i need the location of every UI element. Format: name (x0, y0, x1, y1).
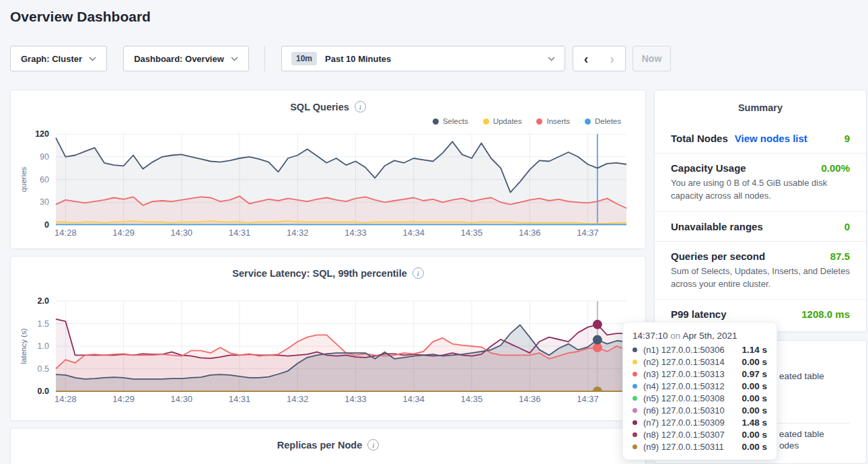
controls-divider (264, 46, 265, 71)
replicas-title: Replicas per Node (277, 440, 363, 451)
svg-text:latency (s): latency (s) (20, 328, 28, 364)
svg-text:120: 120 (35, 129, 49, 139)
svg-text:14:29: 14:29 (112, 394, 135, 404)
node-latency-value: 0.00 s (742, 442, 767, 452)
node-color-dot (632, 444, 637, 449)
summary-desc: Sum of Selects, Updates, Inserts, and De… (671, 265, 850, 291)
summary-row-1: Capacity Usage0.00%You are using 0 B of … (655, 153, 866, 211)
svg-text:queries: queries (20, 166, 28, 192)
summary-label: Total Nodes (671, 133, 728, 144)
chevron-down-icon (548, 57, 555, 61)
svg-text:14:37: 14:37 (577, 228, 599, 238)
summary-row-0: Total NodesView nodes list9 (655, 124, 866, 153)
svg-text:14:34: 14:34 (403, 394, 425, 404)
info-icon[interactable]: i (355, 101, 366, 112)
tooltip-row-1: (n1) 127.0.0.1:503061.14 s (632, 343, 767, 356)
summary-desc: You are using 0 B of 4.5 GiB usable disk… (671, 177, 850, 203)
node-color-dot (632, 432, 637, 437)
node-latency-value: 0.00 s (742, 430, 767, 440)
dashboard-dropdown[interactable]: Dashboard: Overview (123, 46, 249, 71)
chevron-down-icon (231, 57, 238, 61)
node-address: (n5) 127.0.0.1:50308 (643, 393, 725, 403)
time-now-button[interactable]: Now (632, 46, 671, 71)
summary-value: 1208.0 ms (801, 308, 850, 320)
svg-text:14:30: 14:30 (171, 228, 193, 238)
summary-value: 0 (844, 221, 850, 232)
node-address: (n3) 127.0.0.1:50313 (643, 369, 725, 379)
tooltip-row-4: (n4) 127.0.0.1:503120.00 s (632, 380, 767, 392)
event-text-fragment-0: eated table (779, 371, 824, 381)
svg-text:14:36: 14:36 (519, 228, 541, 238)
summary-label: P99 latency (671, 308, 727, 320)
summary-rows: Total NodesView nodes list9Capacity Usag… (655, 124, 866, 329)
tooltip-row-5: (n5) 127.0.0.1:503080.00 s (632, 392, 767, 404)
node-address: (n7) 127.0.0.1:50309 (643, 418, 725, 428)
svg-text:0: 0 (44, 220, 49, 230)
event-text-fragment-1: eated table (779, 429, 824, 439)
svg-text:60: 60 (40, 175, 49, 185)
overview-dashboard-page: Overview Dashboard Graph: Cluster Dashbo… (0, 0, 868, 464)
svg-text:14:31: 14:31 (229, 228, 251, 238)
time-next-button[interactable]: › (599, 46, 626, 71)
svg-text:14:29: 14:29 (112, 228, 135, 238)
sql-queries-chart[interactable]: 14:2814:2914:3014:3114:3214:3314:3414:35… (11, 124, 645, 242)
svg-text:1.5: 1.5 (38, 319, 49, 329)
view-nodes-list-link[interactable]: View nodes list (735, 133, 807, 144)
chevron-down-icon (89, 57, 96, 61)
tooltip-row-7: (n7) 127.0.0.1:503091.48 s (632, 416, 767, 428)
svg-text:0.0: 0.0 (38, 387, 49, 396)
chart-hover-tooltip: 14:37:10 on Apr 5th, 2021 (n1) 127.0.0.1… (622, 322, 777, 460)
service-latency-chart[interactable]: 14:2814:2914:3014:3114:3214:3314:3414:35… (11, 290, 645, 408)
info-icon[interactable]: i (367, 439, 379, 451)
svg-text:14:34: 14:34 (403, 228, 425, 238)
node-color-dot (632, 396, 637, 401)
svg-text:14:35: 14:35 (461, 394, 483, 404)
replicas-card: Replicas per Node i (10, 428, 646, 464)
svg-text:2.0: 2.0 (38, 296, 49, 306)
svg-text:14:30: 14:30 (171, 394, 193, 404)
node-address: (n8) 127.0.0.1:50307 (643, 430, 725, 440)
svg-text:14:36: 14:36 (519, 394, 541, 404)
node-address: (n2) 127.0.0.1:50314 (643, 357, 725, 367)
summary-row-3: Queries per second87.5Sum of Selects, Up… (655, 241, 866, 300)
summary-value: 0.00% (821, 162, 850, 174)
summary-title: Summary (655, 90, 866, 113)
svg-text:14:28: 14:28 (55, 228, 77, 238)
node-color-dot (632, 384, 637, 389)
event-text-fragment-2: odes (779, 440, 799, 451)
service-latency-title: Service Latency: SQL, 99th percentile (232, 268, 407, 279)
svg-text:14:33: 14:33 (345, 394, 367, 404)
tooltip-row-9: (n9) 127.0.0.1:503110.00 s (632, 440, 767, 453)
tooltip-row-6: (n6) 127.0.0.1:503100.00 s (632, 404, 767, 416)
tooltip-on: on (670, 331, 680, 341)
graph-dropdown[interactable]: Graph: Cluster (10, 46, 107, 71)
tooltip-date: Apr 5th, 2021 (682, 331, 737, 341)
node-address: (n4) 127.0.0.1:50312 (643, 381, 725, 391)
node-latency-value: 1.14 s (742, 345, 767, 355)
summary-label: Capacity Usage (671, 162, 746, 174)
page-title: Overview Dashboard (10, 9, 151, 25)
time-range-badge: 10m (291, 52, 317, 65)
summary-row-2: Unavailable ranges0 (655, 211, 866, 241)
graph-dropdown-label: Graph: Cluster (21, 54, 82, 64)
sql-queries-title-row: SQL Queries i (11, 90, 645, 112)
time-range-picker[interactable]: 10m Past 10 Minutes (281, 46, 565, 71)
time-range-label: Past 10 Minutes (325, 54, 391, 64)
node-latency-value: 1.48 s (742, 418, 767, 428)
tooltip-time: 14:37:10 (632, 331, 668, 341)
svg-text:14:32: 14:32 (287, 228, 309, 238)
summary-label: Queries per second (671, 251, 765, 262)
service-latency-card: Service Latency: SQL, 99th percentile i … (10, 256, 646, 421)
svg-text:0.5: 0.5 (38, 364, 49, 374)
node-address: (n6) 127.0.0.1:50310 (643, 405, 725, 416)
svg-text:14:35: 14:35 (461, 228, 483, 238)
tooltip-row-2: (n2) 127.0.0.1:503140.00 s (632, 356, 767, 368)
node-address: (n1) 127.0.0.1:50306 (643, 345, 725, 355)
svg-text:30: 30 (40, 197, 49, 207)
svg-text:14:31: 14:31 (229, 394, 251, 404)
tooltip-header: 14:37:10 on Apr 5th, 2021 (632, 329, 767, 343)
node-latency-value: 0.00 s (742, 405, 767, 416)
time-prev-button[interactable]: ‹ (573, 46, 600, 71)
info-icon[interactable]: i (412, 267, 424, 279)
tooltip-row-3: (n3) 127.0.0.1:503130.97 s (632, 368, 767, 380)
